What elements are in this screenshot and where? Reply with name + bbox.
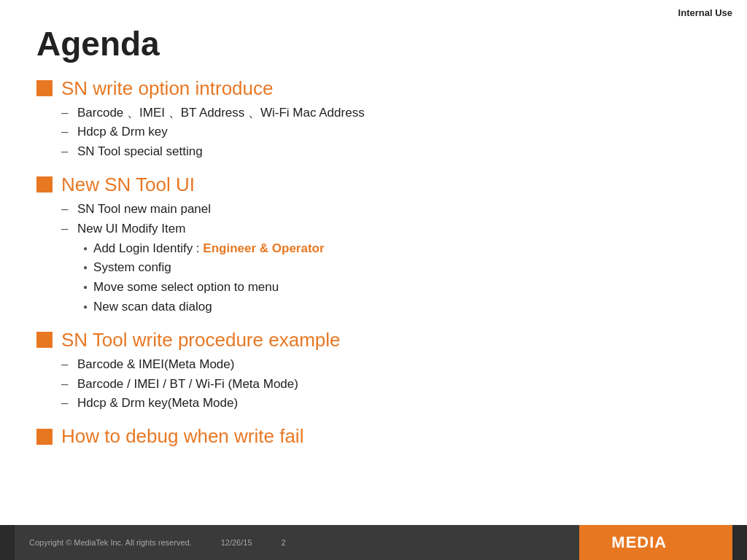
mediatek-logo: MEDIATEK	[611, 533, 700, 552]
dash-icon: –	[61, 220, 71, 238]
bullet-icon: ●	[83, 244, 88, 254]
bullet-icon: ●	[83, 282, 88, 292]
section-sn-write: SN write option introduce – Barcode 、IME…	[36, 77, 711, 160]
logo-media-text: MEDIA	[611, 533, 665, 551]
orange-square-icon-2	[36, 176, 53, 192]
orange-square-icon-1	[36, 80, 53, 96]
list-item: – Hdcp & Drm key	[61, 123, 711, 141]
list-item: – Barcode 、IMEI 、BT Address 、Wi-Fi Mac A…	[61, 104, 711, 122]
section-new-sn-tool: New SN Tool UI – SN Tool new main panel …	[36, 174, 711, 316]
sub-item-text: SN Tool new main panel	[77, 201, 211, 218]
highlight-engineer-operator: Engineer & Operator	[203, 241, 324, 255]
footer-logo-area: MEDIATEK	[579, 525, 732, 560]
footer-copyright: Copyright © MediaTek Inc. All rights res…	[29, 538, 192, 547]
list-item: – Barcode & IMEI(Meta Mode)	[61, 356, 711, 373]
internal-use-label: Internal Use	[678, 7, 732, 18]
sub-sub-items-2: ● Add Login Identify : Engineer & Operat…	[83, 240, 711, 316]
sub-sub-item-text: New scan data dialog	[93, 298, 212, 316]
section-header-1: SN write option introduce	[36, 77, 711, 100]
slide: Internal Use Agenda SN write option intr…	[0, 0, 747, 560]
bullet-icon: ●	[83, 302, 88, 312]
sub-item-text: Barcode & IMEI(Meta Mode)	[77, 356, 234, 373]
section-title-4: How to debug when write fail	[61, 425, 303, 448]
footer-inner: Copyright © MediaTek Inc. All rights res…	[15, 525, 732, 560]
section-sn-tool-write: SN Tool write procedure example – Barcod…	[36, 329, 711, 412]
footer-main: Copyright © MediaTek Inc. All rights res…	[15, 525, 579, 560]
section-title-3: SN Tool write procedure example	[61, 329, 340, 351]
section-header-4: How to debug when write fail	[36, 425, 711, 448]
dash-icon: –	[61, 394, 71, 412]
dash-icon: –	[61, 123, 71, 141]
list-item: ● Move some select option to menu	[83, 279, 711, 296]
logo-tek-text: TEK	[666, 533, 700, 551]
section-debug: How to debug when write fail	[36, 425, 711, 448]
orange-square-icon-4	[36, 429, 53, 445]
orange-square-icon-3	[36, 332, 53, 348]
sub-sub-item-text: Add Login Identify : Engineer & Operator	[93, 240, 325, 257]
sub-sub-item-text: System config	[93, 259, 171, 276]
sub-items-3: – Barcode & IMEI(Meta Mode) – Barcode / …	[61, 356, 711, 412]
list-item: ● System config	[83, 259, 711, 276]
dash-icon: –	[61, 376, 71, 393]
list-item: – SN Tool new main panel	[61, 201, 711, 218]
page-title: Agenda	[36, 26, 711, 63]
list-item: – SN Tool special setting	[61, 143, 711, 160]
list-item: ● New scan data dialog	[83, 298, 711, 316]
sub-items-1: – Barcode 、IMEI 、BT Address 、Wi-Fi Mac A…	[61, 104, 711, 160]
main-content: Agenda SN write option introduce – Barco…	[0, 18, 747, 525]
section-title-2: New SN Tool UI	[61, 174, 195, 196]
footer-date: 12/26/15	[221, 538, 252, 547]
sub-item-text: New UI Modify Item	[77, 220, 185, 238]
section-header-3: SN Tool write procedure example	[36, 329, 711, 351]
sub-item-text: Barcode / IMEI / BT / Wi-Fi (Meta Mode)	[77, 376, 298, 393]
sub-sub-item-text: Move some select option to menu	[93, 279, 279, 296]
sub-item-text: Barcode 、IMEI 、BT Address 、Wi-Fi Mac Add…	[77, 104, 365, 122]
dash-icon: –	[61, 201, 71, 218]
bullet-icon: ●	[83, 262, 88, 273]
sub-item-text: SN Tool special setting	[77, 143, 203, 160]
footer: Copyright © MediaTek Inc. All rights res…	[0, 525, 747, 560]
dash-icon: –	[61, 104, 71, 122]
section-title-1: SN write option introduce	[61, 77, 273, 100]
list-item: – Hdcp & Drm key(Meta Mode)	[61, 394, 711, 412]
section-header-2: New SN Tool UI	[36, 174, 711, 196]
list-item: – Barcode / IMEI / BT / Wi-Fi (Meta Mode…	[61, 376, 711, 393]
dash-icon: –	[61, 356, 71, 373]
sub-item-text: Hdcp & Drm key(Meta Mode)	[77, 394, 238, 412]
sub-items-2: – SN Tool new main panel – New UI Modify…	[61, 201, 711, 316]
footer-page: 2	[282, 538, 286, 547]
list-item: ● Add Login Identify : Engineer & Operat…	[83, 240, 711, 257]
sub-item-text: Hdcp & Drm key	[77, 123, 168, 141]
top-bar: Internal Use	[0, 0, 747, 18]
list-item: – New UI Modify Item	[61, 220, 711, 238]
dash-icon: –	[61, 143, 71, 160]
